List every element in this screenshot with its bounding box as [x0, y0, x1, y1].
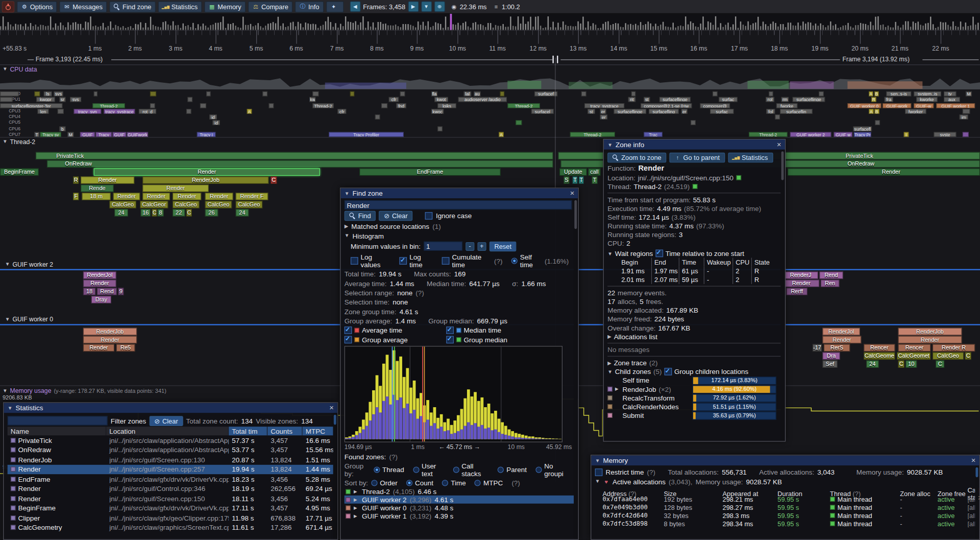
timeline-zone[interactable]: CalcGeo [236, 201, 263, 208]
timeline-zone[interactable]: C [936, 360, 944, 368]
timeline-zone[interactable]: F [73, 193, 79, 200]
close-icon[interactable]: × [777, 141, 781, 149]
prev-frame-button[interactable]: ◀ [350, 1, 360, 12]
timeline-zone[interactable]: 16 [141, 209, 151, 217]
reset-button[interactable]: Reset [489, 241, 517, 251]
clear-filter-button[interactable]: ⊘Clear [149, 416, 183, 426]
timeline-zone[interactable]: C [186, 209, 192, 217]
statistics-button[interactable]: Statistics [728, 152, 773, 162]
statistics-row[interactable]: CalcGeometry jni/../jni/src/claw/graphic… [8, 523, 334, 532]
focus-frame-button[interactable]: ⊕ [434, 1, 445, 12]
child-zone-row[interactable]: ▶ RenderJob (×2) 4.16 ms (92.60%) [607, 385, 781, 393]
zone-group-row[interactable]: ▶ GUIF worker 2 (3,296) 4.61 s [345, 496, 575, 504]
sort-by-option[interactable]: Time [442, 479, 466, 486]
timeline-zone[interactable]: Render [783, 279, 819, 287]
min-bin-input[interactable] [424, 242, 462, 251]
timeline-zone[interactable]: Render [83, 336, 137, 344]
filter-zones-input[interactable] [8, 416, 108, 425]
group-by-option[interactable]: No groupi [535, 462, 569, 477]
toolbar-button[interactable]: Find zone [109, 1, 156, 12]
timeline-zone[interactable]: RenderJob [142, 176, 268, 184]
timeline-zone[interactable]: Render [142, 193, 170, 200]
zone-search-input[interactable] [345, 200, 572, 209]
timeline-zone[interactable]: 10 [905, 360, 917, 368]
sort-by-option[interactable]: Count [406, 479, 433, 486]
clear-button[interactable]: ⊘Clear [379, 210, 413, 221]
timeline-zone[interactable]: Rencer [898, 344, 931, 351]
timeline-zone[interactable]: 24 [236, 209, 249, 217]
cumulate-time-checkbox[interactable] [442, 257, 450, 265]
child-zone-row[interactable]: ▶ Self time 172.14 µs (3.83%) [607, 376, 781, 385]
scrollbar[interactable] [780, 150, 784, 440]
toolbar-button[interactable]: Statistics [158, 1, 202, 12]
expand-triangle-icon[interactable]: ▶ [354, 505, 359, 510]
timeline-zone[interactable]: C [152, 209, 157, 217]
timeline-zone[interactable]: OnRedraw [47, 160, 553, 168]
timeline-zone[interactable]: 8 [158, 209, 164, 217]
timeline-zone[interactable]: Rerff [786, 288, 807, 295]
timeline-zone[interactable]: Dra [822, 352, 840, 360]
restrict-time-checkbox[interactable] [595, 468, 603, 476]
find-button[interactable]: Find [345, 210, 376, 221]
timeline-zone[interactable]: Re5 [116, 344, 135, 351]
timeline-zone[interactable]: CalcGeo [173, 201, 200, 208]
window-collapse-icon[interactable]: ▼ [607, 142, 612, 147]
self-time-radio[interactable] [511, 257, 518, 264]
frame-dropdown-button[interactable]: ▼ [421, 1, 432, 12]
time-relative-checkbox[interactable] [655, 250, 663, 257]
timeline-zone[interactable]: Render [83, 279, 116, 287]
zoom-to-zone-button[interactable]: Zoom to zone [607, 152, 666, 162]
timeline-zone[interactable]: 22 [173, 209, 185, 217]
log-values-checkbox[interactable] [351, 257, 358, 265]
timeline-zone[interactable]: 26 [205, 209, 218, 217]
timeline-zone[interactable]: CalcGeo [933, 352, 964, 360]
toolbar-button[interactable] [326, 1, 344, 12]
legend-checkbox[interactable] [345, 336, 352, 343]
timeline-zone[interactable]: Render [898, 336, 962, 344]
timeline-zone[interactable]: BeginFrame [0, 168, 39, 176]
statistics-row[interactable]: Render jni/../jni/src/guif/Screen.cpp:15… [8, 494, 334, 503]
allocation-row[interactable]: 0x7dfaa64e00 192 bytes 298.21 ms 59.95 s… [595, 495, 976, 503]
active-allocations-toggle[interactable]: ▼ Active allocations (3,043), Memory usa… [595, 477, 976, 486]
timeline-zone[interactable]: S [564, 176, 569, 184]
allocation-row[interactable]: 0x7dfc42d640 32 bytes 298.3 ms 59.95 s M… [595, 511, 976, 519]
legend-checkbox[interactable] [446, 326, 454, 334]
group-by-option[interactable]: Call stacks [453, 462, 489, 477]
close-icon[interactable]: × [570, 190, 575, 197]
column-header-mtpc[interactable]: MTPC [303, 427, 334, 435]
zone-location[interactable]: jni/../jni/src/guif/Screen.cpp:150 [638, 174, 733, 181]
memory-usage-header[interactable]: ▼ Memory usage (y-range: 178.27 KB, visi… [3, 387, 166, 394]
legend-checkbox[interactable] [446, 336, 454, 343]
ignore-case-checkbox[interactable] [425, 212, 433, 219]
group-by-option[interactable]: User text [413, 462, 444, 477]
expand-triangle-icon[interactable]: ▶ [354, 497, 359, 502]
toolbar-button[interactable]: Memory [205, 1, 246, 12]
window-collapse-icon[interactable]: ▼ [8, 405, 13, 411]
timeline-zone[interactable]: RenderJob [898, 328, 962, 336]
child-zone-row[interactable]: ▶ CalcRenderNodes 51.51 µs (1.15%) [607, 402, 781, 411]
timeline-zone[interactable]: CalcGeo [205, 201, 232, 208]
timeline-zone[interactable]: RenderJol [822, 328, 860, 336]
column-header-name[interactable]: Name [8, 427, 106, 435]
timeline-zone[interactable]: Ren [821, 279, 840, 287]
find-zone-histogram[interactable] [345, 346, 562, 442]
timeline-zone[interactable]: Update [559, 168, 587, 176]
timeline-zone[interactable]: EndFrame [359, 168, 501, 176]
timeline-zone[interactable]: Render [94, 168, 320, 176]
timeline-zone[interactable]: -17 [813, 344, 822, 351]
timeline-zone[interactable]: 18 m [82, 193, 110, 200]
timeline-zone[interactable]: Render R [933, 344, 975, 351]
find-zone-title-bar[interactable]: ▼ Find zone × [340, 189, 578, 199]
timeline-zone[interactable]: call [588, 168, 600, 176]
close-icon[interactable]: × [971, 457, 976, 464]
wait-regions-toggle[interactable]: ▼ [607, 250, 612, 256]
timeline-zone[interactable]: T [592, 176, 598, 184]
group-children-checkbox[interactable] [664, 368, 672, 375]
toolbar-button[interactable]: Info [295, 1, 324, 12]
wait-region-row[interactable]: 1.91 ms1.97 ms61 µs -2R [619, 267, 781, 275]
statistics-row[interactable]: BeginFrame jni/../jni/src/claw/gfx/drv/v… [8, 503, 334, 513]
allocation-row[interactable]: 0x7e049b3d00 128 bytes 298.27 ms 59.95 s… [595, 503, 976, 511]
timeline-zone[interactable]: Render [822, 336, 861, 344]
log-time-checkbox[interactable] [400, 257, 407, 265]
timeline-zone[interactable]: 24 [866, 360, 878, 368]
